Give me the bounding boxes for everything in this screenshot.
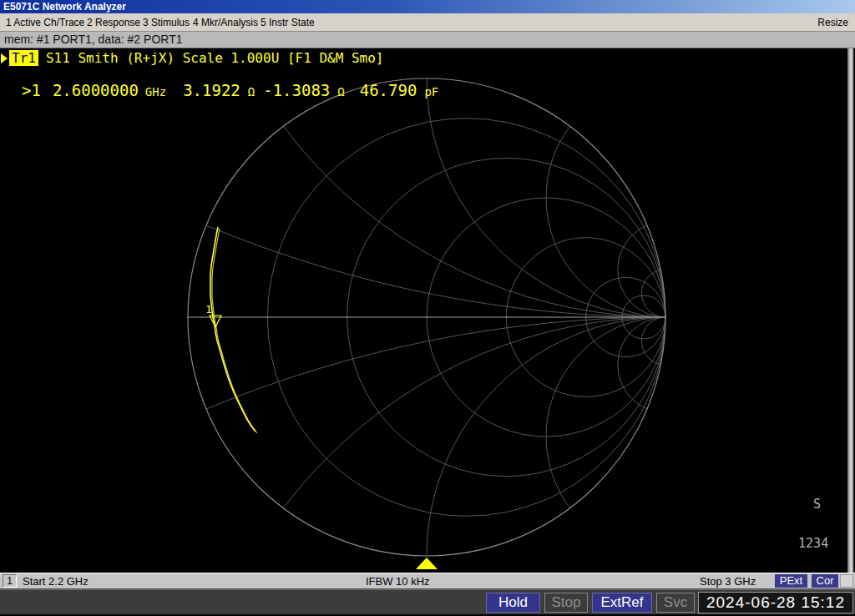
marker-capacitance: 46.790	[360, 81, 417, 99]
menu-active-ch-trace[interactable]: 1 Active Ch/Trace	[6, 17, 84, 28]
window-title: E5071C Network Analyzer	[3, 1, 126, 13]
marker-capacitance-unit: pF	[424, 85, 438, 98]
hold-button[interactable]: Hold	[486, 593, 540, 613]
smith-chart: 1	[0, 48, 855, 573]
window-edge-strip	[847, 48, 855, 573]
stop-button[interactable]: Stop	[544, 593, 588, 613]
svc-button[interactable]: Svc	[656, 593, 695, 613]
ifbw-value: IFBW 10 kHz	[366, 575, 430, 588]
stop-frequency: Stop 3 GHz	[700, 575, 756, 588]
channel-number-box[interactable]: 1	[3, 574, 17, 588]
datetime-display: 2024-06-28 15:12	[698, 592, 853, 613]
marker-reactance-unit: Ω	[337, 85, 344, 98]
memory-trace	[212, 229, 257, 433]
active-trace-arrow-icon	[1, 53, 8, 63]
marker-number: >1	[22, 81, 41, 99]
cor-indicator: Cor	[812, 574, 838, 588]
start-frequency: Start 2.2 GHz	[23, 575, 89, 588]
extref-button[interactable]: ExtRef	[592, 593, 652, 613]
trace1-badge[interactable]: Tr1	[9, 50, 38, 66]
status-bar: 1 Start 2.2 GHz IFBW 10 kHz Stop 3 GHz P…	[0, 573, 855, 589]
reactance-arc	[546, 78, 785, 317]
reactance-arc	[427, 48, 855, 317]
menu-stimulus[interactable]: 3 Stimulus	[143, 17, 190, 28]
channel-trace-status: S 1234 1F--- 2---- R3---- 4----	[783, 472, 828, 573]
marker-resistance: 3.1922	[183, 81, 240, 99]
marker-reactance: -1.3083	[263, 81, 330, 99]
trace1-format-text: S11 Smith (R+jX) Scale 1.000U [F1 D&M Sm…	[46, 50, 384, 66]
marker-resistance-unit: Ω	[248, 85, 255, 98]
chanstatus-line: S	[783, 498, 828, 512]
mem-data-status: mem: #1 PORT1, data: #2 PORT1	[0, 32, 855, 48]
stimulus-marker-icon	[416, 558, 438, 569]
instrument-status-bar: Hold Stop ExtRef Svc 2024-06-28 15:12	[0, 589, 855, 616]
statusbar-blank-box	[840, 574, 853, 588]
pext-indicator: PExt	[775, 574, 807, 588]
analyzer-screen: 1 Tr1 S11 Smith (R+jX) Scale 1.000U [F1 …	[0, 48, 855, 573]
reactance-arc	[188, 317, 855, 573]
marker-frequency-unit: GHz	[145, 85, 166, 98]
marker-frequency: 2.6000000	[53, 81, 139, 99]
title-bar: E5071C Network Analyzer	[0, 0, 855, 13]
marker1-label: 1	[205, 303, 212, 316]
menu-bar: 1 Active Ch/Trace 2 Response 3 Stimulus …	[0, 13, 855, 32]
menu-mkr-analysis[interactable]: 4 Mkr/Analysis	[193, 17, 258, 28]
app-window: E5071C Network Analyzer 1 Active Ch/Trac…	[0, 0, 855, 616]
menu-instr-state[interactable]: 5 Instr State	[261, 17, 315, 28]
chanstatus-line: 1234	[783, 538, 828, 551]
marker-readout: >1 2.6000000 GHz 3.1922 Ω -1.3083 Ω 46.7…	[22, 81, 438, 99]
trace-status-line: Tr1 S11 Smith (R+jX) Scale 1.000U [F1 D&…	[1, 50, 383, 66]
menu-resize[interactable]: Resize	[817, 17, 848, 28]
menu-response[interactable]: 2 Response	[87, 17, 140, 28]
reactance-arc	[546, 317, 785, 556]
s11-trace	[210, 227, 255, 432]
mem-data-text: mem: #1 PORT1, data: #2 PORT1	[4, 33, 182, 46]
